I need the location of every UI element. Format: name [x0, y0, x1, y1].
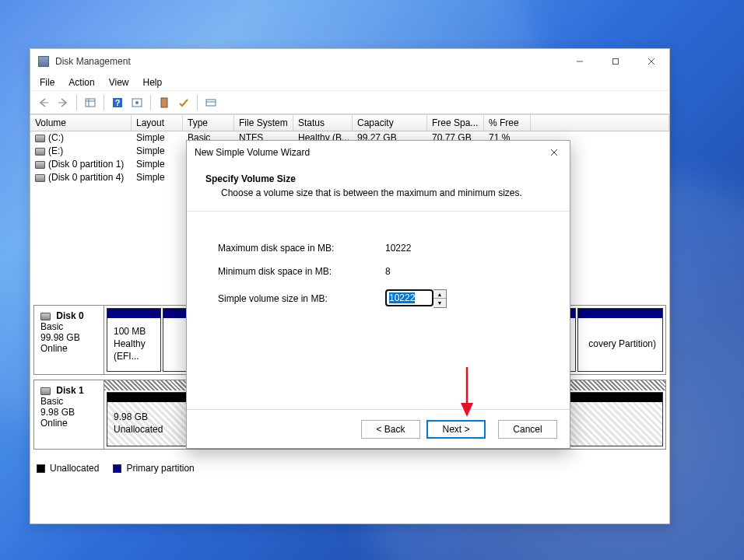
wizard-heading: Specify Volume Size [205, 173, 296, 184]
disk-icon [40, 387, 51, 395]
svg-marker-17 [461, 403, 473, 417]
disk-size: 99.98 GB [40, 332, 80, 343]
next-button[interactable]: Next > [426, 420, 486, 439]
disk-status: Online [40, 343, 68, 354]
window-title: Disk Management [55, 56, 131, 67]
svg-rect-4 [86, 99, 95, 107]
col-capacity[interactable]: Capacity [353, 115, 427, 131]
disk-type: Basic [40, 321, 63, 332]
legend-label-unallocated: Unallocated [50, 463, 99, 474]
disk-label[interactable]: Disk 0 Basic 99.98 GB Online [34, 306, 104, 374]
apply-button[interactable] [175, 94, 192, 111]
wizard-subtitle: Choose a volume size that is between the… [205, 184, 551, 201]
svg-point-10 [135, 101, 139, 104]
col-volume[interactable]: Volume [30, 115, 132, 131]
spinner-down-button[interactable]: ▼ [433, 299, 446, 307]
legend-square-unallocated [37, 464, 45, 473]
col-status[interactable]: Status [293, 115, 353, 131]
disk-name: Disk 0 [56, 310, 83, 321]
annotation-arrow [458, 366, 476, 422]
menu-view[interactable]: View [103, 75, 135, 89]
svg-rect-12 [206, 100, 216, 106]
cell-volume: (C:) [48, 132, 64, 143]
wizard-title: New Simple Volume Wizard [195, 147, 310, 158]
toolbar-separator [76, 95, 77, 110]
volume-size-label: Simple volume size in MB: [218, 293, 385, 304]
cell-volume: (E:) [48, 145, 63, 156]
cell-layout: Simple [132, 131, 183, 145]
svg-rect-1 [613, 59, 619, 65]
close-button[interactable] [633, 49, 669, 74]
nav-forward-button[interactable] [54, 94, 72, 111]
cell-layout: Simple [132, 158, 183, 171]
back-button[interactable]: < Back [361, 420, 420, 439]
cell-layout: Simple [132, 145, 183, 158]
col-pctfree[interactable]: % Free [484, 115, 531, 131]
wizard-body: Maximum disk space in MB: 10222 Minimum … [187, 212, 570, 352]
wizard-close-button[interactable] [539, 141, 570, 164]
volume-icon [35, 148, 45, 156]
settings-button[interactable] [128, 94, 146, 111]
spinner-up-button[interactable]: ▲ [433, 290, 446, 299]
partition-recovery[interactable]: covery Partition) [577, 308, 663, 372]
volume-icon [35, 161, 45, 169]
partition-status: covery Partition) [588, 338, 656, 349]
disk-type: Basic [40, 396, 63, 407]
disk-icon [40, 313, 51, 320]
disk-label[interactable]: Disk 1 Basic 9.98 GB Online [34, 380, 104, 449]
new-volume-wizard-dialog: New Simple Volume Wizard Specify Volume … [186, 140, 570, 449]
menu-help[interactable]: Help [137, 75, 169, 89]
toolbar: ? [30, 91, 669, 114]
cell-layout: Simple [132, 171, 183, 184]
col-filesystem[interactable]: File System [234, 115, 293, 131]
min-space-label: Minimum disk space in MB: [218, 266, 385, 277]
col-type[interactable]: Type [183, 115, 234, 131]
toolbar-separator [197, 95, 198, 110]
col-layout[interactable]: Layout [132, 115, 183, 131]
legend-label-primary: Primary partition [126, 463, 194, 474]
disk-name: Disk 1 [56, 385, 83, 396]
cell-volume: (Disk 0 partition 1) [48, 159, 124, 170]
legend: Unallocated Primary partition [30, 457, 669, 479]
nav-back-button[interactable] [35, 94, 52, 111]
app-icon [38, 56, 49, 67]
cancel-button[interactable]: Cancel [498, 420, 557, 439]
partition-status: Healthy (EFI... [114, 338, 146, 362]
toolbar-separator [150, 95, 151, 110]
partition-status: Unallocated [114, 424, 163, 435]
disk-size: 9.98 GB [40, 407, 75, 418]
svg-text:?: ? [115, 98, 121, 107]
properties-button[interactable] [202, 94, 219, 111]
col-freespace[interactable]: Free Spa... [427, 115, 484, 131]
window-controls [562, 49, 669, 74]
volume-icon [35, 135, 45, 142]
cell-volume: (Disk 0 partition 4) [48, 172, 124, 183]
refresh-button[interactable] [156, 94, 173, 111]
col-spacer [531, 115, 669, 131]
maximize-button[interactable] [598, 49, 633, 74]
wizard-button-bar: < Back Next > Cancel [187, 409, 570, 448]
volume-list-header: Volume Layout Type File System Status Ca… [30, 114, 669, 131]
toolbar-separator [104, 95, 104, 110]
legend-square-primary [113, 464, 121, 473]
max-space-value: 10222 [385, 243, 411, 254]
menu-file[interactable]: File [33, 75, 61, 89]
titlebar: Disk Management [30, 49, 669, 74]
help-button[interactable]: ? [109, 94, 126, 111]
svg-rect-11 [161, 98, 167, 107]
max-space-label: Maximum disk space in MB: [218, 243, 385, 254]
volume-size-input[interactable] [385, 289, 433, 306]
wizard-titlebar: New Simple Volume Wizard [187, 141, 570, 164]
partition-size: 100 MB [114, 326, 146, 337]
volume-icon [35, 174, 45, 182]
menu-action[interactable]: Action [62, 75, 100, 89]
view-list-button[interactable] [82, 94, 99, 111]
minimize-button[interactable] [562, 49, 598, 74]
partition-efi[interactable]: 100 MB Healthy (EFI... [107, 308, 161, 372]
partition-size: 9.98 GB [114, 411, 148, 422]
menubar: File Action View Help [30, 74, 669, 91]
disk-status: Online [40, 418, 68, 429]
volume-size-spinner: ▲ ▼ [385, 289, 447, 308]
min-space-value: 8 [385, 266, 391, 277]
